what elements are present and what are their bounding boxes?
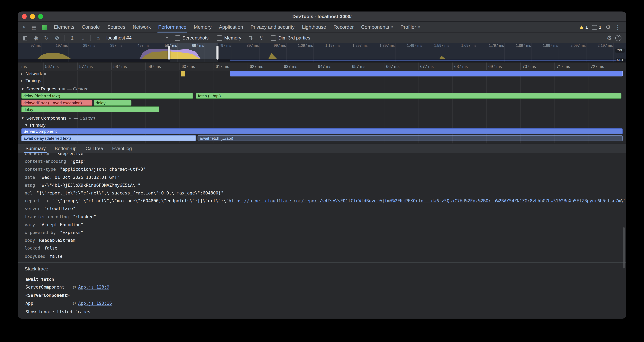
flame-event-bar[interactable]: delayedError (...ayed exception) — [22, 100, 92, 106]
chevron-down-icon[interactable]: ▼ — [21, 87, 24, 91]
devtools-tab[interactable]: Recorder — [330, 22, 358, 32]
selection-handle-right[interactable] — [216, 46, 218, 60]
devtools-tab[interactable]: Sources — [104, 22, 129, 32]
zoom-window-button[interactable] — [38, 14, 43, 19]
stack-source-link[interactable]: App.js:190:16 — [78, 299, 112, 307]
flame-chart[interactable]: ms 567 ms 577 ms 587 ms — [18, 63, 626, 144]
capture-settings-gear-icon[interactable]: ⚙ — [607, 35, 612, 41]
header-value: false — [50, 253, 62, 258]
devtools-tab[interactable]: Elements — [50, 22, 78, 32]
toolbar-separator — [90, 35, 91, 41]
overview-dim-right — [218, 43, 626, 62]
header-name: x-powered-by — [25, 230, 56, 235]
close-window-button[interactable] — [22, 14, 26, 19]
overview-selected-window[interactable] — [170, 43, 218, 62]
chevron-down-icon[interactable]: ▼ — [21, 116, 24, 120]
ruler-tick: 647 ms — [316, 63, 331, 70]
details-tab-label: Summary — [26, 146, 46, 151]
kebab-menu-icon[interactable]: ⋮ — [615, 24, 620, 30]
ruler-tick-label: 567 ms — [45, 64, 59, 69]
header-value-link[interactable]: https://a.nel.cloudflare.com/report/v4?s… — [229, 198, 621, 203]
network-request-bar[interactable] — [181, 71, 185, 77]
summary-pane[interactable]: connection"keep-alive" content-encoding"… — [18, 153, 626, 319]
minimize-window-button[interactable] — [30, 14, 35, 19]
scrollbar-thumb[interactable] — [622, 227, 625, 268]
details-tab[interactable]: Event log — [108, 144, 136, 153]
devtools-tab[interactable]: Profiler ∗ — [397, 22, 424, 32]
flame-event-bar[interactable]: ServerComponent — [22, 128, 622, 134]
flame-event-bar[interactable]: delay — [94, 100, 131, 106]
devtools-tab[interactable]: Console — [78, 22, 104, 32]
server-components-row-2: await delay (deferred text) await fetch … — [18, 135, 626, 142]
show-ignore-listed-frames-link[interactable]: Show ignore-listed frames — [25, 308, 90, 316]
selection-handle-left[interactable] — [168, 46, 170, 60]
dim-third-parties-checkbox[interactable] — [271, 35, 276, 41]
inspect-element-icon[interactable]: ⌖ — [19, 23, 29, 32]
timeline-overview[interactable]: 97 ms 197 ms 297 ms 397 ms 4 — [18, 43, 626, 63]
details-tab[interactable]: Bottom-up — [50, 144, 81, 153]
flame-event-bar[interactable]: delay (deferred text) — [22, 93, 193, 99]
record-button[interactable]: ◉ — [31, 34, 40, 42]
cpu-throttling-icon[interactable]: ↯ — [256, 34, 266, 42]
screenshots-checkbox[interactable] — [175, 35, 180, 41]
header-value: "{\"report_to\":\"cf-nel\",\"success_fra… — [36, 190, 224, 195]
devtools-tab[interactable]: Lighthouse — [298, 22, 330, 32]
custom-track-suffix: — Custom — [67, 86, 88, 91]
flame-event-bar[interactable]: await fetch (.../api) — [198, 135, 623, 141]
ruler-tick-label: 627 ms — [250, 64, 263, 69]
devtools-tab[interactable]: Memory — [190, 22, 215, 32]
devtools-tab[interactable]: Performance — [154, 22, 190, 32]
screenshots-checkbox-group[interactable]: Screenshots — [175, 35, 208, 41]
tab-label: Profiler — [400, 22, 416, 32]
flame-event-bar[interactable]: await delay (deferred text) — [22, 135, 196, 141]
header-name: bodyUsed — [25, 253, 46, 258]
memory-checkbox[interactable] — [217, 35, 222, 41]
warnings-badge[interactable]: 1 — [580, 25, 588, 30]
flame-event-bar[interactable]: fetch (.../api) — [196, 93, 621, 99]
help-icon[interactable]: ? — [615, 35, 622, 41]
devtools-tab[interactable]: Components ∗ — [358, 22, 397, 32]
network-conditions-icon[interactable]: ⇅ — [246, 34, 256, 42]
traffic-lights — [22, 14, 43, 19]
network-request-bar[interactable] — [230, 71, 622, 77]
header-value: "{\"group\":\"cf-nel\",\"max_age\":60480… — [52, 198, 229, 203]
extension-marker-icon: ∗ — [68, 116, 72, 120]
track-server-requests-header[interactable]: ▼ Server Requests ∗ — Custom — [18, 86, 626, 92]
load-profile-icon[interactable]: ↥ — [67, 34, 77, 42]
header-name: date — [25, 175, 35, 180]
save-profile-icon[interactable]: ↧ — [78, 34, 88, 42]
stack-frame: ServerComponent @ App.js:128:9 — [25, 283, 626, 291]
flame-event-bar[interactable]: delay — [22, 106, 160, 112]
ruler-tick: 687 ms — [452, 63, 468, 70]
ruler-tick-label: 647 ms — [318, 64, 331, 69]
header-value: "application/json; charset=utf-8" — [60, 167, 146, 172]
extension-icon[interactable] — [42, 25, 47, 30]
devtools-tab[interactable]: Network — [129, 22, 154, 32]
ruler-tick: 617 ms — [214, 63, 229, 70]
chevron-down-icon[interactable]: ▼ — [25, 123, 28, 127]
details-tab[interactable]: Call tree — [81, 144, 108, 153]
header-value: "Accept-Encoding" — [39, 222, 83, 227]
track-primary-header[interactable]: ▼ Primary — [18, 122, 626, 128]
stack-source-link[interactable]: App.js:128:9 — [78, 283, 109, 291]
track-server-components-header[interactable]: ▼ Server Components ∗ — Custom — [18, 115, 626, 121]
header-row: nel"{\"report_to\":\"cf-nel\",\"success_… — [18, 189, 626, 197]
settings-gear-icon[interactable]: ⚙ — [606, 24, 611, 30]
devtools-tab[interactable]: Privacy and security — [247, 22, 298, 32]
record-and-reload-button[interactable]: ↻ — [42, 34, 51, 42]
chevron-right-icon[interactable]: ▸ — [21, 79, 22, 83]
clear-button[interactable]: ⊘ — [52, 34, 62, 42]
track-timings[interactable]: ▸ Timings — [18, 78, 626, 84]
chevron-down-icon: ▾ — [166, 36, 168, 40]
dim-third-parties-checkbox-group[interactable]: Dim 3rd parties — [271, 35, 310, 41]
details-tab[interactable]: Summary — [21, 144, 50, 153]
device-toolbar-icon[interactable]: ▤ — [29, 23, 39, 32]
dim-third-parties-label: Dim 3rd parties — [278, 35, 310, 40]
devtools-tab[interactable]: Application — [215, 22, 247, 32]
memory-checkbox-group[interactable]: Memory — [217, 35, 241, 41]
history-dropdown[interactable]: localhost #4 ▾ — [104, 34, 170, 42]
live-metrics-home-icon[interactable]: ⌂ — [93, 34, 103, 42]
issues-badge[interactable]: 1 — [592, 25, 602, 30]
toggle-sidebar-icon[interactable]: ◧ — [20, 34, 30, 42]
ruler-tick: 717 ms — [554, 63, 570, 70]
